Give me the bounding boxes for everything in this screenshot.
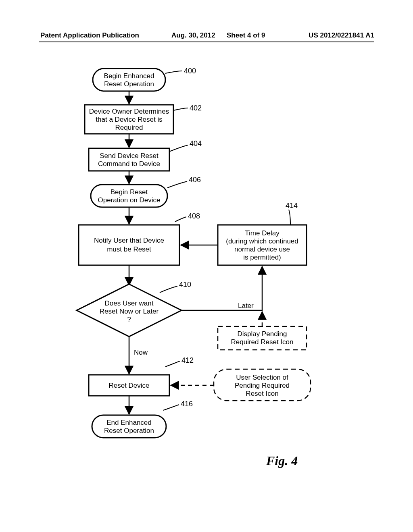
pending-select-line3: Reset Icon: [246, 390, 278, 397]
ref-404: 404: [190, 139, 202, 148]
ref-406: 406: [189, 176, 201, 184]
pending-select-line1: User Selection of: [236, 374, 288, 381]
node-408-line2: must be Reset: [107, 245, 151, 253]
node-414-line4: is permitted): [243, 254, 281, 261]
node-402-line1: Device Owner Determines: [89, 108, 169, 115]
node-408-line1: Notify User that Device: [94, 237, 164, 244]
pending-select-line2: Pending Required: [235, 382, 290, 389]
node-404-line2: Command to Device: [98, 160, 160, 168]
pending-display-line1: Display Pending: [238, 330, 287, 338]
node-416-line2: Reset Operation: [104, 427, 154, 434]
node-400-line2: Reset Operation: [104, 80, 154, 88]
node-412-line1: Reset Device: [108, 382, 149, 389]
node-414-line1: Time Delay: [245, 229, 280, 237]
header-pubno: US 2012/0221841 A1: [309, 31, 374, 39]
flowchart: .box { fill:#fff; stroke:#000; stroke-wi…: [40, 60, 373, 488]
node-414-line2: (during which continued: [226, 237, 298, 245]
ref-414: 414: [286, 202, 298, 210]
node-404-line1: Send Device Reset: [100, 152, 159, 160]
figure-caption: Fig. 4: [266, 453, 298, 468]
node-408: [79, 225, 179, 265]
pending-display-line2: Required Reset Icon: [231, 338, 294, 346]
node-400-line1: Begin Enhanced: [104, 72, 154, 80]
ref-410: 410: [179, 281, 191, 289]
ref-412: 412: [181, 356, 194, 364]
node-416-line1: End Enhanced: [106, 419, 152, 426]
header-rule: [39, 42, 374, 42]
node-410-line2: Reset Now or Later: [100, 308, 159, 315]
header-sheet: Sheet 4 of 9: [227, 31, 265, 39]
ref-400: 400: [184, 67, 196, 75]
node-402-line3: Required: [115, 124, 143, 131]
header-left: Patent Application Publication: [40, 31, 139, 39]
node-410-line1: Does User want: [105, 299, 154, 307]
ref-408: 408: [188, 212, 200, 220]
node-406-line2: Operation on Device: [98, 196, 161, 204]
header-date: Aug. 30, 2012: [171, 31, 215, 39]
node-414-line3: normal device use: [234, 245, 290, 253]
node-406-line1: Begin Reset: [111, 188, 148, 196]
branch-now: Now: [134, 349, 148, 356]
branch-later: Later: [238, 302, 254, 310]
node-402-line2: that a Device Reset is: [96, 116, 162, 123]
node-410-line3: ?: [127, 316, 131, 323]
ref-416: 416: [181, 400, 193, 408]
ref-402: 402: [190, 104, 202, 112]
